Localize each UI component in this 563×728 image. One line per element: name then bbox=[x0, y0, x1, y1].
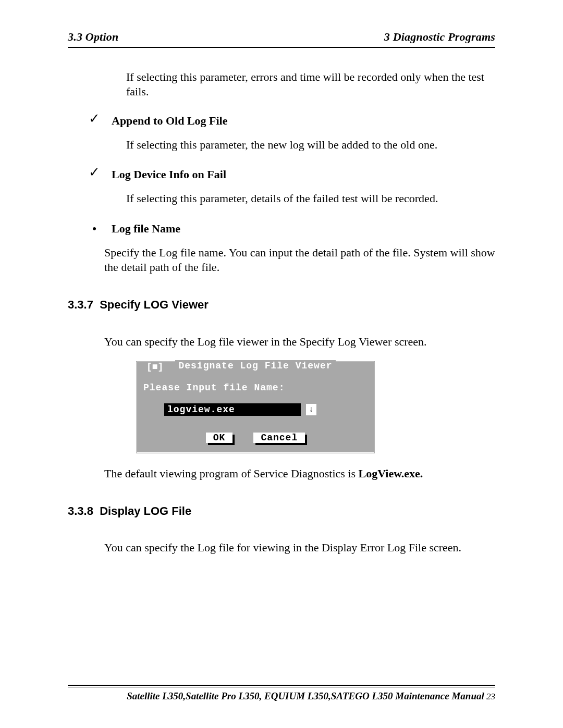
dialog-frame: [■] Designate Log File Viewer Please Inp… bbox=[136, 361, 375, 454]
section337-after: The default viewing program of Service D… bbox=[104, 466, 495, 481]
heading-number: 3.3.8 bbox=[68, 504, 93, 517]
heading-338: 3.3.8 Display LOG File bbox=[68, 504, 495, 519]
header-rule bbox=[68, 47, 495, 48]
dialog-title: Designate Log File Viewer bbox=[175, 360, 335, 372]
dialog-title-row: Designate Log File Viewer bbox=[137, 360, 374, 372]
check-item-append: ✓ Append to Old Log File bbox=[89, 114, 495, 128]
after-bold: LogView.exe. bbox=[359, 467, 423, 480]
footer-page-number: 23 bbox=[484, 692, 495, 701]
bullet-desc-logfilename: Specify the Log file name. You can input… bbox=[104, 245, 495, 275]
footer-rule-2 bbox=[68, 687, 495, 687]
section338-lead: You can specify the Log file for viewing… bbox=[104, 540, 495, 555]
check-icon: ✓ bbox=[89, 114, 100, 128]
check-icon: ✓ bbox=[89, 167, 100, 182]
heading-337: 3.3.7 Specify LOG Viewer bbox=[68, 298, 495, 312]
page: 3.3 Option 3 Diagnostic Programs If sele… bbox=[0, 0, 563, 728]
dropdown-arrow-icon[interactable]: ↓ bbox=[306, 404, 316, 415]
check-desc-append: If selecting this parameter, the new log… bbox=[126, 138, 495, 152]
heading-title: Specify LOG Viewer bbox=[100, 298, 209, 311]
dialog-input-label: Please Input file Name: bbox=[143, 382, 368, 394]
page-footer: Satellite L350,Satellite Pro L350, EQUIU… bbox=[68, 682, 495, 702]
footer-rule-1 bbox=[68, 685, 495, 686]
section337-lead: You can specify the Log file viewer in t… bbox=[104, 335, 495, 349]
ok-button[interactable]: OK bbox=[206, 433, 233, 443]
header-right: 3 Diagnostic Programs bbox=[384, 30, 495, 44]
bullet-title: Log file Name bbox=[112, 221, 180, 236]
bullet-icon: • bbox=[89, 221, 100, 236]
check-desc-deviceinfo: If selecting this parameter, details of … bbox=[126, 191, 495, 206]
footer-text: Satellite L350,Satellite Pro L350, EQUIU… bbox=[68, 690, 495, 702]
dialog-designate-log-viewer: [■] Designate Log File Viewer Please Inp… bbox=[136, 361, 375, 454]
intro-paragraph: If selecting this parameter, errors and … bbox=[126, 70, 495, 99]
running-header: 3.3 Option 3 Diagnostic Programs bbox=[68, 30, 495, 44]
filename-input[interactable] bbox=[164, 403, 301, 416]
check-item-deviceinfo: ✓ Log Device Info on Fail bbox=[89, 167, 495, 182]
dialog-input-row: ↓ bbox=[164, 403, 368, 416]
header-left: 3.3 Option bbox=[68, 30, 118, 44]
bullet-item-logfilename: • Log file Name bbox=[89, 221, 495, 236]
check-title: Log Device Info on Fail bbox=[112, 167, 226, 182]
cancel-button[interactable]: Cancel bbox=[253, 433, 305, 443]
footer-manual-title: Satellite L350,Satellite Pro L350, EQUIU… bbox=[127, 690, 484, 701]
after-prefix: The default viewing program of Service D… bbox=[104, 467, 359, 480]
heading-title: Display LOG File bbox=[100, 504, 191, 517]
body: If selecting this parameter, errors and … bbox=[68, 70, 495, 555]
dialog-buttons: OK Cancel bbox=[143, 433, 368, 443]
check-title: Append to Old Log File bbox=[112, 114, 227, 128]
heading-number: 3.3.7 bbox=[68, 298, 93, 311]
